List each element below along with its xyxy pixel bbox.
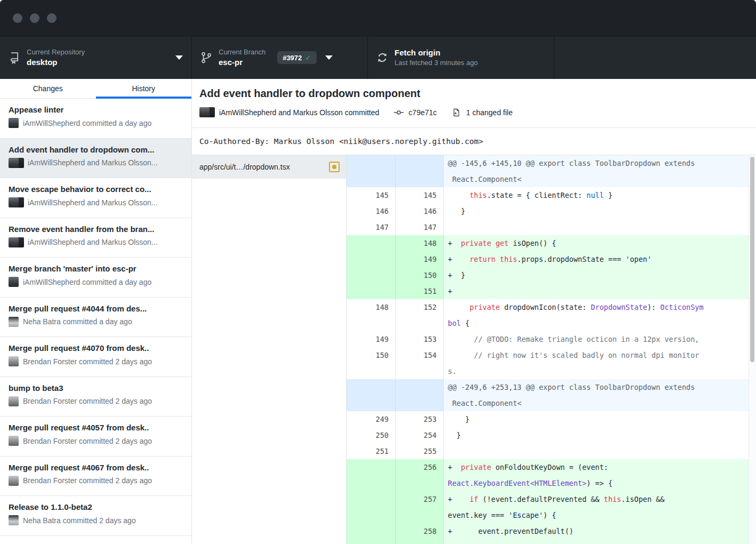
commit-list-item[interactable]: Merge pull request #4056 from desk.. [0,536,191,544]
git-branch-icon [200,51,212,64]
commit-author-line: iAmWillShepherd committed a day ago [23,119,151,127]
old-line-number: 251 [347,443,396,459]
new-line-number: 152 [396,299,444,331]
old-line-number [347,379,396,411]
commit-sha[interactable]: c79e71c [408,108,437,117]
diff-code-text [444,443,749,459]
commit-committers: iAmWillShepherd and Markus Olsson commit… [219,108,379,117]
history-sidebar: Changes History Appease linteriAmWillShe… [0,79,192,544]
new-line-number: 151 [396,283,444,299]
pr-number: #3972 [283,54,302,62]
old-line-number: 249 [347,411,396,427]
current-repository-button[interactable]: Current Repository desktop [0,36,192,79]
avatar-stack [9,197,23,207]
new-line-number: 154 [396,347,444,379]
window-minimize-button[interactable] [30,13,39,23]
diff-code-text [444,219,749,235]
commit-author-line: Neha Batra committed 2 days ago [23,516,136,525]
git-commit-icon [394,108,404,117]
avatar [9,118,19,128]
new-line-number: 257 [396,491,444,523]
diff-added-line: 256+ private onFoldoutKeyDown = (event: … [347,459,749,491]
tab-history[interactable]: History [96,79,192,98]
diff-code-text: + } [444,267,749,283]
fetch-origin-title: Fetch origin [395,47,478,58]
diff-view: @@ -145,6 +145,10 @@ export class Toolba… [347,155,756,544]
old-line-number: 145 [347,187,396,203]
old-line-number [347,523,396,539]
commit-list-item[interactable]: Merge pull request #4057 from desk..Bren… [0,417,191,457]
commit-author-line: Brendan Forster committed 2 days ago [23,437,152,445]
diff-code-text: + this.props.onDropdownStateChanged('clo… [444,539,749,544]
file-list-item[interactable]: app/src/ui/t…/dropdown.tsx [192,155,346,179]
old-line-number: 250 [347,427,396,443]
current-branch-value: esc-pr [219,57,266,68]
avatar [9,277,19,287]
commit-description: Co-Authored-By: Markus Olsson <niik@user… [192,128,756,155]
current-branch-button[interactable]: Current Branch esc-pr #3972 ✓ [192,36,368,79]
avatar [9,158,19,168]
old-line-number [347,267,396,283]
commit-list-title: Remove event handler from the bran... [9,225,184,234]
commit-list-item[interactable]: Merge pull request #4070 from desk..Bren… [0,337,191,377]
diff-context-line: 150154 // right now it's scaled badly on… [347,347,749,379]
commit-list-item[interactable]: Merge pull request #4067 from desk..Bren… [0,457,191,497]
old-line-number [347,491,396,523]
diff-code-text: this.state = { clientRect: null } [444,187,749,203]
commit-title: Add event handler to dropdown component [199,87,756,100]
diff-area: app/src/ui/t…/dropdown.tsx @@ -145,6 +14… [192,155,756,544]
avatar-stack [9,158,23,168]
old-line-number: 148 [347,299,396,331]
diff-code-text: } [444,427,749,443]
new-line-number: 259 [396,539,444,544]
scrollbar-thumb[interactable] [750,157,754,362]
diff-code-text: + private onFoldoutKeyDown = (event: Rea… [444,459,749,491]
window-zoom-button[interactable] [47,13,57,23]
tab-changes[interactable]: Changes [0,79,96,98]
commit-list-meta: Brendan Forster committed 2 days ago [9,396,184,406]
old-line-number [347,539,396,544]
commit-list-title: Merge pull request #4070 from desk.. [9,343,184,353]
commit-list-item[interactable]: Remove event handler from the bran...iAm… [0,218,191,258]
commit-list-item[interactable]: Merge branch 'master' into esc-priAmWill… [0,258,191,298]
ci-check-icon: ✓ [305,53,311,62]
current-repository-value: desktop [27,57,85,68]
diff-added-line: 151+ [347,283,749,299]
commit-list-meta: iAmWillShepherd committed a day ago [9,277,184,287]
commit-list-item[interactable]: Merge pull request #4044 from des...Neha… [0,298,191,338]
commit-list-title: Appease linter [9,105,184,114]
commit-list-item[interactable]: Release to 1.1.0-beta2Neha Batra committ… [0,496,191,536]
diff-context-line: 249253 } [347,411,749,427]
commit-author-line: iAmWillShepherd and Markus Olsson... [28,198,158,207]
commit-list-item[interactable]: Add event handler to dropdown com...iAmW… [0,139,191,179]
diff-context-line: 251255 [347,443,749,459]
commit-list-title: Merge branch 'master' into esc-pr [9,264,184,273]
changed-files-panel: app/src/ui/t…/dropdown.tsx [192,155,347,544]
commit-list-item[interactable]: Move escape behavior to correct co...iAm… [0,178,191,218]
sidebar-tabs: Changes History [0,79,191,99]
changed-files-count: 1 changed file [466,108,512,117]
diff-added-line: 149+ return this.props.dropdownState ===… [347,251,749,267]
diff-code-text: + if (!event.defaultPrevented && this.is… [444,491,749,523]
commit-author-line: Brendan Forster committed 2 days ago [23,397,152,405]
diff-code-text: } [444,411,749,427]
file-modified-icon [329,162,340,172]
commit-list-item[interactable]: Appease linteriAmWillShepherd committed … [0,99,191,139]
sync-icon [376,51,388,64]
avatar [9,396,19,406]
diff-scrollbar [749,155,756,544]
new-line-number: 148 [396,235,444,251]
new-line-number: 153 [396,331,444,347]
changed-file-icon [452,108,461,117]
diff-hunk-header: @@ -249,6 +253,13 @@ export class Toolba… [347,379,749,411]
commit-history-list: Appease linteriAmWillShepherd committed … [0,99,191,544]
old-line-number: 149 [347,331,396,347]
diff-code-text: @@ -145,6 +145,10 @@ export class Toolba… [444,155,749,187]
new-line-number [396,155,444,187]
avatar [9,237,19,247]
current-repository-label: Current Repository [27,47,85,57]
fetch-origin-button[interactable]: Fetch origin Last fetched 3 minutes ago [368,36,554,79]
new-line-number: 149 [396,251,444,267]
commit-list-item[interactable]: bump to beta3Brendan Forster committed 2… [0,377,191,417]
window-close-button[interactable] [13,13,22,23]
